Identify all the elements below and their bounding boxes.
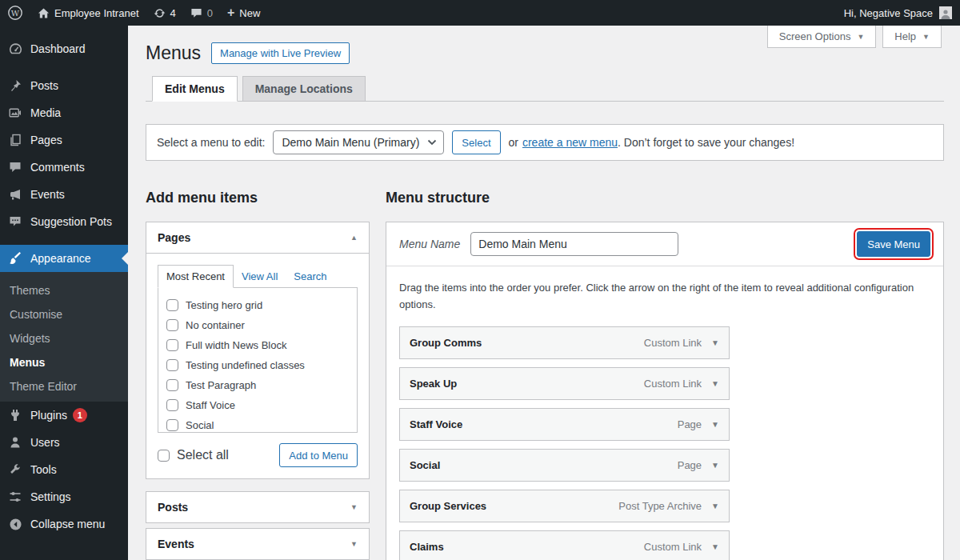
sidebar-item-posts[interactable]: Posts [0,72,128,99]
sidebar-item-plugins[interactable]: Plugins 1 [0,402,128,429]
page-checkbox-row[interactable]: No container [166,315,357,335]
tab-search[interactable]: Search [286,266,334,287]
page-checkbox-row[interactable]: Social [166,415,357,435]
sidebar-item-media[interactable]: Media [0,99,128,126]
menu-item-label: Group Services [410,500,486,512]
collapse-icon [7,516,23,532]
select-all-row[interactable]: Select all [158,446,279,466]
pages-icon [7,132,23,148]
menu-item-type: Custom Link [644,541,702,553]
updates-link[interactable]: 4 [146,0,183,26]
comments-icon [7,159,23,175]
create-new-menu-link[interactable]: create a new menu [522,136,618,149]
admin-sidebar: Dashboard Posts Media Pages Comments Eve… [0,26,128,560]
sidebar-item-tools[interactable]: Tools [0,456,128,483]
media-icon [7,105,23,121]
checkbox[interactable] [166,359,178,371]
menu-item-row[interactable]: Claims Custom Link ▼ [399,530,730,560]
menu-item-label: Speak Up [410,378,457,390]
manage-live-preview-button[interactable]: Manage with Live Preview [211,42,350,64]
save-menu-button[interactable]: Save Menu [857,231,930,257]
sidebar-item-appearance[interactable]: Appearance [0,245,128,272]
page-checkbox-label: Test Paragraph [186,379,256,391]
menu-structure-heading: Menu structure [386,188,944,207]
sidebar-separator [0,62,128,72]
pages-accordion-header[interactable]: Pages ▲ [146,222,369,253]
updates-count: 4 [170,7,176,19]
checkbox[interactable] [166,299,178,311]
checkbox[interactable] [166,339,178,351]
chevron-down-icon[interactable]: ▼ [711,379,719,388]
checkbox[interactable] [166,399,178,411]
posts-accordion-header[interactable]: Posts ▼ [146,492,369,522]
appearance-submenu-item[interactable]: Customise [0,302,128,326]
sidebar-item-comments[interactable]: Comments [0,154,128,181]
plugins-update-badge: 1 [73,408,87,422]
site-name-link[interactable]: Employee Intranet [30,0,146,26]
sidebar-item-users[interactable]: Users [0,429,128,456]
select-menu-label: Select a menu to edit: [157,136,265,149]
chat-dots-icon [7,214,23,230]
wordpress-menu[interactable]: W [0,0,30,26]
sidebar-item-collapse-menu[interactable]: Collapse menu [0,510,128,538]
sidebar-item-suggestion-pots[interactable]: Suggestion Pots [0,208,128,235]
admin-content: Screen Options ▼ Help ▼ Menus Manage wit… [128,26,960,560]
menu-name-input[interactable] [470,232,678,256]
select-all-checkbox[interactable] [158,450,170,462]
checkbox[interactable] [166,419,178,431]
menu-item-row[interactable]: Staff Voice Page ▼ [399,408,730,441]
page-checkbox-row[interactable]: Full width News Block [166,335,357,355]
menu-items-list: Group Comms Custom Link ▼ Speak Up [399,326,930,560]
sidebar-item-dashboard[interactable]: Dashboard [0,35,128,62]
chevron-down-icon[interactable]: ▼ [711,502,719,510]
posts-accordion: Posts ▼ [146,491,370,523]
page-checkbox-row[interactable]: Staff Voice [166,395,357,415]
select-all-label: Select all [177,448,229,462]
new-content-menu[interactable]: + New [220,0,267,26]
chevron-down-icon[interactable]: ▼ [711,338,719,347]
page-checkbox-label: Social [186,419,214,431]
chevron-down-icon: ▼ [922,33,930,41]
wrench-icon [7,462,23,478]
menus-tab-bar: Edit Menus Manage Locations [146,76,944,102]
menu-item-type: Custom Link [644,337,702,349]
appearance-submenu-item[interactable]: Menus [0,350,128,374]
sidebar-item-settings[interactable]: Settings [0,483,128,510]
tab-most-recent[interactable]: Most Recent [158,265,234,288]
chevron-down-icon[interactable]: ▼ [711,461,719,470]
events-accordion-header[interactable]: Events ▼ [146,529,369,559]
page-checkbox-row[interactable]: Testing hero grid [166,295,357,315]
sidebar-item-pages[interactable]: Pages [0,126,128,154]
checkbox[interactable] [166,319,178,331]
menu-item-row[interactable]: Social Page ▼ [399,449,730,482]
select-button[interactable]: Select [452,130,500,154]
chevron-down-icon[interactable]: ▼ [711,542,719,551]
tab-manage-locations[interactable]: Manage Locations [242,76,366,102]
tab-view-all[interactable]: View All [234,266,286,287]
page-checkbox-row[interactable]: Test Paragraph [166,375,357,395]
admin-bar: W Employee Intranet 4 0 + New Hi, Negati… [0,0,960,26]
menu-item-row[interactable]: Group Comms Custom Link ▼ [399,326,730,359]
menu-item-row[interactable]: Speak Up Custom Link ▼ [399,367,730,400]
menu-item-row[interactable]: Group Services Post Type Archive ▼ [399,490,730,522]
help-button[interactable]: Help ▼ [882,26,942,48]
add-to-menu-button[interactable]: Add to Menu [279,443,358,467]
appearance-submenu-item[interactable]: Themes [0,278,128,302]
checkbox[interactable] [166,379,178,391]
menu-structure-card: Menu Name Save Menu Drag the items into … [386,222,944,560]
page-checkbox-label: No container [186,319,245,331]
new-label: New [239,7,260,19]
menu-select-dropdown[interactable]: Demo Main Menu (Primary) [273,130,444,154]
user-greeting[interactable]: Hi, Negative Space [844,7,933,19]
screen-options-button[interactable]: Screen Options ▼ [767,26,877,48]
chevron-down-icon [427,139,437,146]
comments-link[interactable]: 0 [183,0,220,26]
appearance-submenu-item[interactable]: Widgets [0,326,128,350]
page-checkbox-row[interactable]: Testing undefined classes [166,355,357,375]
avatar[interactable] [939,6,952,19]
sidebar-item-events[interactable]: Events [0,181,128,208]
tab-edit-menus[interactable]: Edit Menus [152,76,238,102]
chevron-down-icon[interactable]: ▼ [711,420,719,429]
appearance-submenu-item[interactable]: Theme Editor [0,374,128,398]
menu-item-type: Post Type Archive [618,500,702,512]
